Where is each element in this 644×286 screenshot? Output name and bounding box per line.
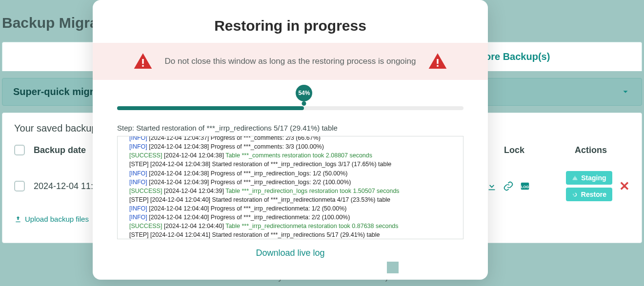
progress-bar-dot bbox=[302, 101, 306, 106]
svg-rect-3 bbox=[142, 65, 144, 67]
delete-backup-icon[interactable]: ✕ bbox=[619, 179, 630, 194]
svg-rect-5 bbox=[437, 65, 438, 67]
warning-icon bbox=[428, 52, 447, 71]
row-select-checkbox[interactable] bbox=[14, 181, 25, 191]
progress-bar-fill bbox=[117, 106, 304, 110]
log-line: [STEP] [2024-12-04 12:04:40] Started res… bbox=[129, 195, 460, 204]
restore-button-label: Restore bbox=[581, 191, 606, 198]
restore-progress-modal: Restoring in progress Do not close this … bbox=[93, 0, 488, 280]
modal-title: Restoring in progress bbox=[93, 18, 488, 34]
select-all-checkbox[interactable] bbox=[14, 145, 25, 155]
col-header-lock: Lock bbox=[504, 145, 543, 155]
log-line: [SUCCESS] [2024-12-04 12:04:40] Table **… bbox=[129, 222, 460, 230]
progress-bar-wrapper: 54% bbox=[117, 102, 463, 116]
log-line: [STEP] [2024-12-04 12:04:41] Started res… bbox=[129, 230, 460, 239]
decorative-square bbox=[387, 262, 399, 273]
staging-button-label: Staging bbox=[581, 174, 606, 182]
upload-backup-label: Upload backup files bbox=[25, 215, 89, 223]
step-prefix: Step: bbox=[117, 124, 136, 132]
svg-text:LOG: LOG bbox=[521, 185, 529, 189]
modal-warning-banner: Do not close this window as long as the … bbox=[93, 43, 488, 80]
log-icon[interactable]: LOG bbox=[520, 181, 530, 191]
svg-rect-4 bbox=[437, 59, 438, 64]
log-line: [INFO] [2024-12-04 12:04:39] Progress of… bbox=[129, 178, 460, 187]
log-line: [INFO] [2024-12-04 12:04:38] Progress of… bbox=[129, 142, 460, 151]
staging-button[interactable]: Staging bbox=[566, 171, 612, 185]
progress-percent-bubble: 54% bbox=[296, 85, 312, 101]
restore-log[interactable]: [INFO] [2024-12-04 12:04:37] Progress of… bbox=[117, 136, 463, 239]
restore-button[interactable]: Restore bbox=[566, 188, 612, 201]
download-icon[interactable] bbox=[486, 181, 497, 191]
link-icon[interactable] bbox=[503, 181, 514, 191]
log-line: [INFO] [2024-12-04 12:04:37] Progress of… bbox=[129, 136, 460, 142]
log-line: [SUCCESS] [2024-12-04 12:04:38] Table **… bbox=[129, 151, 460, 160]
log-line: [INFO] [2024-12-04 12:04:38] Progress of… bbox=[129, 169, 460, 178]
download-live-log-link[interactable]: Download live log bbox=[93, 248, 488, 258]
log-line: [INFO] [2024-12-04 12:04:40] Progress of… bbox=[129, 204, 460, 213]
step-text: Started restoration of ***_irrp_redirect… bbox=[136, 124, 338, 132]
warning-icon bbox=[133, 52, 153, 71]
log-line: [STEP] [2024-12-04 12:04:38] Started res… bbox=[129, 160, 460, 169]
col-header-actions: Actions bbox=[552, 145, 630, 155]
svg-rect-2 bbox=[142, 59, 144, 64]
chevron-down-icon bbox=[620, 87, 631, 97]
modal-warning-text: Do not close this window as long as the … bbox=[164, 57, 416, 66]
progress-bar-track bbox=[117, 106, 463, 110]
log-line: [INFO] [2024-12-04 12:04:40] Progress of… bbox=[129, 213, 460, 222]
current-step-line: Step: Started restoration of ***_irrp_re… bbox=[117, 124, 463, 132]
log-line: [SUCCESS] [2024-12-04 12:04:39] Table **… bbox=[129, 187, 460, 195]
